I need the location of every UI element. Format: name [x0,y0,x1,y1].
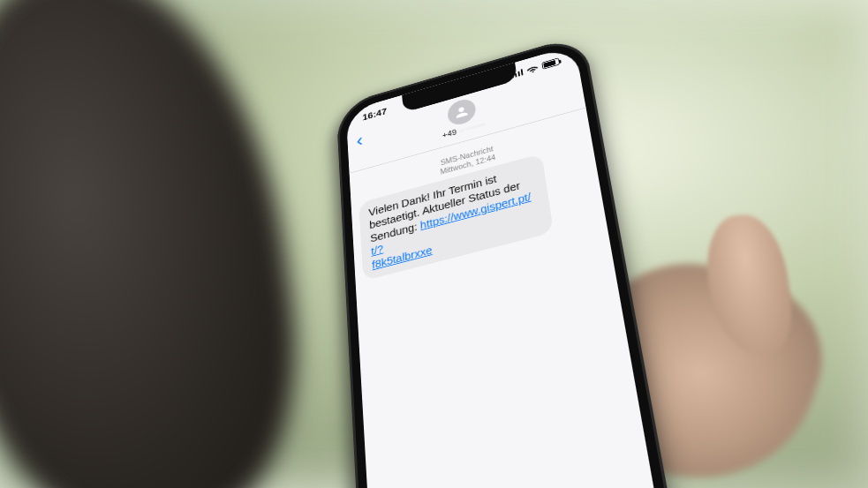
message-thread[interactable]: SMS-Nachricht Mittwoch, 12:44 Vielen Dan… [350,116,660,488]
phone-body: 16:47 ‹ [336,34,676,488]
phone-prefix: +49 [442,128,457,139]
back-chevron-icon[interactable]: ‹ [356,130,364,152]
wifi-icon [526,64,539,74]
battery-icon [541,57,560,70]
photo-scene: 16:47 ‹ [0,0,868,488]
status-time: 16:47 [362,106,387,123]
phone-screen: 16:47 ‹ [346,45,661,488]
